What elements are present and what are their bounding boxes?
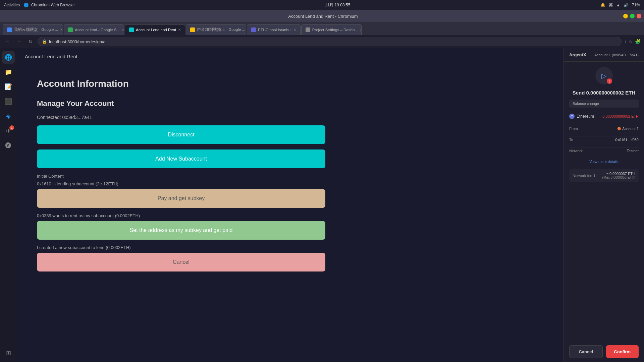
network-fee-row: Network fee ℹ ≈ 0.0000037 ETH (Max 0.000… bbox=[569, 169, 639, 182]
sidebar-icon-files[interactable]: 📁 bbox=[2, 66, 15, 78]
browser-titlebar: Account Lend and Rent - Chromium bbox=[0, 10, 644, 22]
eth-balance-value: -0.000000000002 ETH bbox=[601, 114, 639, 118]
from-row: From Account 1 bbox=[569, 125, 639, 132]
tab-project[interactable]: Project Settings – Dashb... ✕ bbox=[301, 24, 362, 35]
argentx-title: ArgentX bbox=[569, 52, 586, 57]
tab-ethglobal[interactable]: ETHGlobal Istanbul ✕ bbox=[247, 24, 301, 35]
section-title: Manage Your Account bbox=[37, 99, 543, 108]
network-row: Network Testnet bbox=[569, 147, 639, 154]
tab-label-search: Account lend - Google S... bbox=[75, 28, 120, 32]
disconnect-button[interactable]: Disconnect bbox=[37, 125, 325, 144]
sidebar-icons: 🌐 📁 📝 ⬛ ◈ ✈ 1 🅐 ⊞ bbox=[0, 48, 17, 362]
fee-value: ≈ 0.0000037 ETH (Max 0.0000056 ETH) bbox=[602, 172, 635, 179]
tab-close-active[interactable]: ✕ bbox=[178, 28, 181, 32]
sidebar-icon-vscode[interactable]: ◈ bbox=[2, 110, 15, 123]
close-button[interactable] bbox=[637, 14, 641, 18]
app-header: Account Lend and Rent bbox=[17, 48, 564, 65]
argentx-cancel-button[interactable]: Cancel bbox=[569, 345, 603, 358]
tab-favicon-eth bbox=[251, 27, 256, 32]
to-row: To 0x0161....f039 bbox=[569, 136, 639, 143]
sidebar-icon-chromium[interactable]: 🌐 bbox=[2, 51, 15, 64]
page-content: Account Information Manage Your Account … bbox=[17, 65, 564, 362]
tab-close-eth[interactable]: ✕ bbox=[293, 28, 296, 32]
main-area: 🌐 📁 📝 ⬛ ◈ ✈ 1 🅐 ⊞ Account Lend and Rent … bbox=[0, 48, 644, 362]
browser-title: Account Lend and Rent - Chromium bbox=[288, 14, 358, 19]
tab-favicon-drive bbox=[7, 27, 12, 32]
window-controls bbox=[623, 14, 641, 18]
eth-name: Ξ Ethereum bbox=[569, 114, 594, 119]
os-datetime: 11月 19 08:55 bbox=[325, 2, 350, 8]
browser-label: Chromium Web Browser bbox=[24, 3, 75, 8]
minimize-button[interactable] bbox=[623, 14, 628, 18]
send-circle: ▷ ! bbox=[595, 67, 613, 84]
set-address-button[interactable]: Set the address as my subkey and get pai… bbox=[37, 221, 325, 240]
refresh-button[interactable]: ↻ bbox=[26, 37, 35, 46]
language-indicator: 英 bbox=[609, 2, 613, 8]
tab-voice[interactable]: 声音加到视频上 - Google ... ✕ bbox=[186, 24, 246, 35]
tab-label-active: Account Lend and Rent bbox=[136, 28, 176, 32]
add-subaccount-button[interactable]: Add New Subaccount bbox=[37, 149, 325, 168]
balance-row: Ξ Ethereum -0.000000000002 ETH bbox=[569, 112, 639, 121]
argentx-header: ArgentX Account 1 (0x05AD...7a41) bbox=[564, 48, 644, 62]
tab-account-lend-search[interactable]: Account lend - Google S... ✕ bbox=[64, 24, 124, 35]
extensions-icon[interactable]: 🧩 bbox=[635, 39, 641, 44]
tab-close-search[interactable]: ✕ bbox=[122, 28, 124, 32]
sidebar-icon-grid[interactable]: ⊞ bbox=[2, 347, 15, 359]
tab-label-voice: 声音加到视频上 - Google ... bbox=[197, 27, 245, 32]
tab-close-drive[interactable]: ✕ bbox=[60, 28, 63, 32]
forward-button[interactable]: → bbox=[15, 37, 23, 46]
tab-close-project[interactable]: ✕ bbox=[360, 28, 362, 32]
sidebar-icon-telegram[interactable]: ✈ 1 bbox=[2, 125, 15, 137]
initial-content-label: Initial Content bbox=[37, 174, 543, 179]
fee-info-icon: ℹ bbox=[594, 174, 595, 177]
activities-label[interactable]: Activities bbox=[4, 3, 20, 7]
url-text: localhost:3000/homedesign# bbox=[49, 39, 105, 44]
sidebar-icon-terminal[interactable]: ⬛ bbox=[2, 95, 15, 108]
network-icon: ▲ bbox=[616, 3, 620, 7]
share-icon[interactable]: ↑ bbox=[624, 39, 627, 44]
volume-icon: 🔊 bbox=[624, 3, 629, 7]
sidebar-icon-appstore[interactable]: 🅐 bbox=[2, 139, 15, 152]
tab-favicon-voice bbox=[190, 27, 195, 32]
maximize-button[interactable] bbox=[630, 14, 635, 18]
to-label: To bbox=[569, 138, 573, 142]
tabs-bar: 我的云端硬盘 - Google ... ✕ Account lend - Goo… bbox=[0, 22, 644, 35]
url-bar[interactable]: 🔒 localhost:3000/homedesign# bbox=[38, 37, 622, 46]
tab-label-project: Project Settings – Dashb... bbox=[312, 28, 358, 32]
os-topbar-right: 🔔 英 ▲ 🔊 71% bbox=[600, 2, 640, 8]
browser-window: Account Lend and Rent - Chromium 我的云端硬盘 … bbox=[0, 10, 644, 362]
address-bar-actions: ↑ ☆ 🧩 bbox=[624, 39, 641, 44]
page-title: Account Information bbox=[37, 78, 543, 89]
browser-content: Account Lend and Rent Account Informatio… bbox=[17, 48, 564, 362]
from-label: From bbox=[569, 127, 578, 131]
account-dot-icon bbox=[618, 127, 621, 130]
tab-drive[interactable]: 我的云端硬盘 - Google ... ✕ bbox=[3, 24, 63, 35]
argentx-confirm-button[interactable]: Confirm bbox=[606, 345, 639, 358]
tab-favicon-active bbox=[129, 27, 134, 32]
argentx-footer: Cancel Confirm bbox=[564, 341, 644, 362]
app-header-title: Account Lend and Rent bbox=[25, 54, 77, 59]
view-more-details[interactable]: View more details bbox=[569, 158, 639, 165]
telegram-badge: 1 bbox=[9, 125, 14, 130]
network-label: Network bbox=[569, 149, 583, 153]
network-value: Testnet bbox=[627, 149, 639, 153]
address-bar: ← → ↻ 🔒 localhost:3000/homedesign# ↑ ☆ 🧩 bbox=[0, 35, 644, 48]
sidebar-icon-notes[interactable]: 📝 bbox=[2, 80, 15, 93]
cancel-lending-button[interactable]: Cancel bbox=[37, 253, 325, 272]
rent-info: 0x0339 wants to rent as my subaccount (0… bbox=[37, 213, 543, 218]
eth-icon: Ξ bbox=[569, 114, 575, 119]
send-badge: ! bbox=[607, 78, 612, 84]
notification-icon[interactable]: 🔔 bbox=[600, 3, 605, 7]
to-value: 0x0161....f039 bbox=[615, 138, 639, 142]
tab-favicon-search bbox=[68, 27, 73, 32]
tab-account-lend-rent[interactable]: Account Lend and Rent ✕ bbox=[125, 24, 185, 35]
back-button[interactable]: ← bbox=[3, 37, 12, 46]
fee-label: Network fee ℹ bbox=[573, 174, 595, 178]
bookmark-icon[interactable]: ☆ bbox=[629, 39, 633, 44]
tab-favicon-project bbox=[306, 27, 310, 32]
lending-info: 0x1610 is lending subaccount (2e-12ETH) bbox=[37, 181, 543, 186]
os-topbar: Activities Chromium Web Browser 11月 19 0… bbox=[0, 0, 644, 10]
battery-level: 71% bbox=[632, 3, 640, 7]
argentx-body: ▷ ! Send 0.000000000002 ETH Balance chan… bbox=[564, 62, 644, 341]
pay-get-subkey-button[interactable]: Pay and get subkey bbox=[37, 189, 325, 208]
